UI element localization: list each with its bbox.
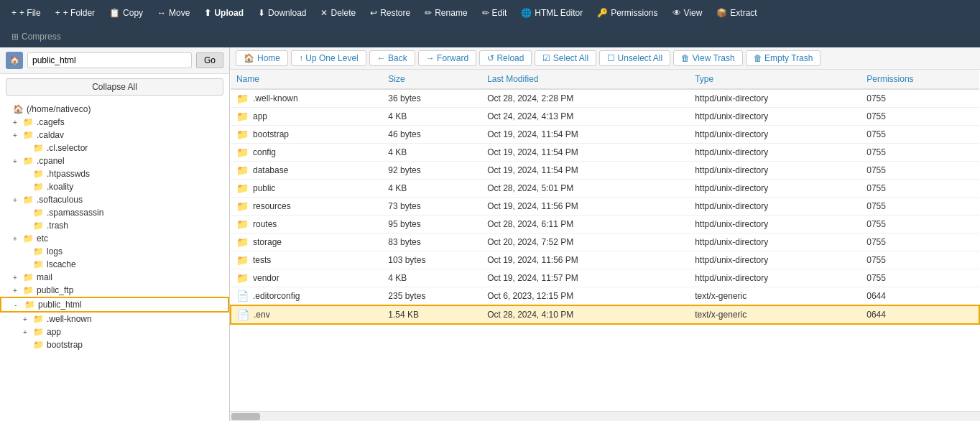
table-row[interactable]: 📁 bootstrap 46 bytes Oct 19, 2024, 11:54… [231,126,979,144]
folder-icon: + [55,8,60,18]
up-level-button[interactable]: ↑ Up One Level [291,50,366,66]
sidebar-tree-item[interactable]: 📁bootstrap [0,338,229,351]
main-toolbar: + + File + + Folder 📋 Copy ↔ Move ⬆ Uplo… [0,0,980,26]
home-nav-button[interactable]: 🏠 Home [236,50,288,66]
tree-toggle[interactable]: + [13,119,23,126]
cell-modified: Oct 19, 2024, 11:57 PM [481,269,689,287]
upload-button[interactable]: ⬆ Upload [198,5,249,21]
rename-button[interactable]: ✏ Rename [419,5,473,21]
sidebar-tree-item[interactable]: +📁app [0,325,229,338]
download-button[interactable]: ⬇ Download [252,5,312,21]
copy-button[interactable]: 📋 Copy [103,5,149,21]
table-row[interactable]: 📁 resources 73 bytes Oct 19, 2024, 11:56… [231,198,979,216]
folder-tree-icon: 📁 [33,259,44,269]
tree-item-label: .softaculous [37,195,83,205]
table-row[interactable]: 📁 public 4 KB Oct 28, 2024, 5:01 PM http… [231,180,979,198]
extract-button[interactable]: 📦 Extract [711,5,762,21]
unselect-all-button[interactable]: ☐ Unselect All [599,50,670,66]
reload-button[interactable]: ↺ Reload [479,50,532,66]
tree-item-label: .spamassassin [47,208,103,218]
table-row[interactable]: 📁 vendor 4 KB Oct 19, 2024, 11:57 PM htt… [231,269,979,287]
tree-toggle[interactable]: + [13,287,23,295]
path-input[interactable] [27,52,192,68]
table-row[interactable]: 📁 tests 103 bytes Oct 19, 2024, 11:56 PM… [231,251,979,269]
table-row[interactable]: 📄 .env 1.54 KB Oct 28, 2024, 4:10 PM tex… [231,305,979,324]
permissions-icon: 🔑 [597,8,608,18]
tree-toggle[interactable]: + [13,196,23,204]
col-permissions[interactable]: Permissions [861,70,979,89]
col-modified[interactable]: Last Modified [481,70,689,89]
sidebar-tree-item[interactable]: 📁logs [0,245,229,258]
path-bar: 🏠 Go [0,47,229,74]
folder-tree-icon: 📁 [23,233,34,244]
cell-modified: Oct 28, 2024, 6:11 PM [481,216,689,233]
permissions-button[interactable]: 🔑 Permissions [591,5,663,21]
sidebar-tree-item[interactable]: 📁.koality [0,180,229,193]
sidebar-tree-item[interactable]: 📁.cl.selector [0,142,229,154]
folder-button[interactable]: + + Folder [50,5,101,21]
file-name-label: .well-known [253,93,298,103]
sidebar-tree-item[interactable]: 📁.spamassassin [0,206,229,219]
col-size[interactable]: Size [382,70,481,89]
back-button[interactable]: ← Back [369,50,415,66]
cell-size: 235 bytes [382,287,481,306]
empty-trash-button[interactable]: 🗑 Empty Trash [746,50,821,66]
tree-toggle[interactable]: + [13,274,23,282]
select-all-button[interactable]: ☑ Select All [535,50,596,66]
view-trash-button[interactable]: 🗑 View Trash [673,50,742,66]
sidebar-tree-item[interactable]: +📁.cagefs [0,116,229,129]
html-editor-button[interactable]: 🌐 HTML Editor [515,5,588,21]
view-button[interactable]: 👁 View [667,5,708,21]
edit-button[interactable]: ✏ Edit [476,5,513,21]
sidebar-tree-item[interactable]: +📁etc [0,232,229,245]
sidebar-tree-item[interactable]: 🏠(/home/nativeco) [0,103,229,116]
table-row[interactable]: 📁 database 92 bytes Oct 19, 2024, 11:54 … [231,162,979,180]
compress-button[interactable]: ⊞ Compress [6,29,67,45]
tree-toggle[interactable]: + [23,315,33,323]
forward-button[interactable]: → Forward [418,50,476,66]
folder-tree-icon: 📁 [23,130,34,140]
sidebar-tree-item[interactable]: +📁public_ftp [0,284,229,297]
col-type[interactable]: Type [689,70,861,89]
horizontal-scrollbar[interactable] [230,411,980,421]
folder-tree-icon: 📁 [23,272,34,282]
file-name-label: resources [253,201,291,211]
go-button[interactable]: Go [196,52,223,68]
sidebar-tree-item[interactable]: -📁public_html [0,297,229,313]
sidebar-tree-item[interactable]: +📁mail [0,271,229,284]
cell-modified: Oct 19, 2024, 11:54 PM [481,144,689,162]
file-button[interactable]: + + File [6,5,47,21]
table-row[interactable]: 📁 storage 83 bytes Oct 20, 2024, 7:52 PM… [231,233,979,251]
sidebar-tree-item[interactable]: +📁.well-known [0,313,229,325]
sidebar-tree-item[interactable]: +📁.softaculous [0,193,229,206]
table-row[interactable]: 📄 .editorconfig 235 bytes Oct 6, 2023, 1… [231,287,979,306]
sidebar-tree-item[interactable]: 📁.htpasswds [0,167,229,180]
tree-toggle[interactable]: + [13,157,23,165]
cell-permissions: 0755 [861,198,979,216]
sidebar: 🏠 Go Collapse All 🏠(/home/nativeco)+📁.ca… [0,47,230,421]
sidebar-tree-item[interactable]: +📁.caldav [0,129,229,142]
table-row[interactable]: 📁 routes 95 bytes Oct 28, 2024, 6:11 PM … [231,216,979,233]
cell-permissions: 0755 [861,108,979,126]
delete-button[interactable]: ✕ Delete [315,5,361,21]
move-button[interactable]: ↔ Move [152,5,195,21]
sidebar-tree-item[interactable]: +📁.cpanel [0,154,229,167]
home-icon[interactable]: 🏠 [6,52,23,69]
tree-toggle[interactable]: - [14,301,24,309]
file-row-icon: 📄 [236,290,249,302]
file-name-label: storage [253,237,282,247]
restore-button[interactable]: ↩ Restore [364,5,416,21]
tree-toggle[interactable]: + [13,235,23,243]
sidebar-tree-item[interactable]: 📁.trash [0,219,229,232]
table-row[interactable]: 📁 .well-known 36 bytes Oct 28, 2024, 2:2… [231,89,979,108]
cell-modified: Oct 28, 2024, 5:01 PM [481,180,689,198]
folder-row-icon: 📁 [236,272,249,284]
folder-tree-icon: 📁 [33,182,44,192]
collapse-all-button[interactable]: Collapse All [6,78,223,96]
col-name[interactable]: Name [231,70,382,89]
table-row[interactable]: 📁 app 4 KB Oct 24, 2024, 4:13 PM httpd/u… [231,108,979,126]
sidebar-tree-item[interactable]: 📁lscache [0,258,229,271]
table-row[interactable]: 📁 config 4 KB Oct 19, 2024, 11:54 PM htt… [231,144,979,162]
tree-toggle[interactable]: + [23,328,33,336]
tree-toggle[interactable]: + [13,131,23,139]
